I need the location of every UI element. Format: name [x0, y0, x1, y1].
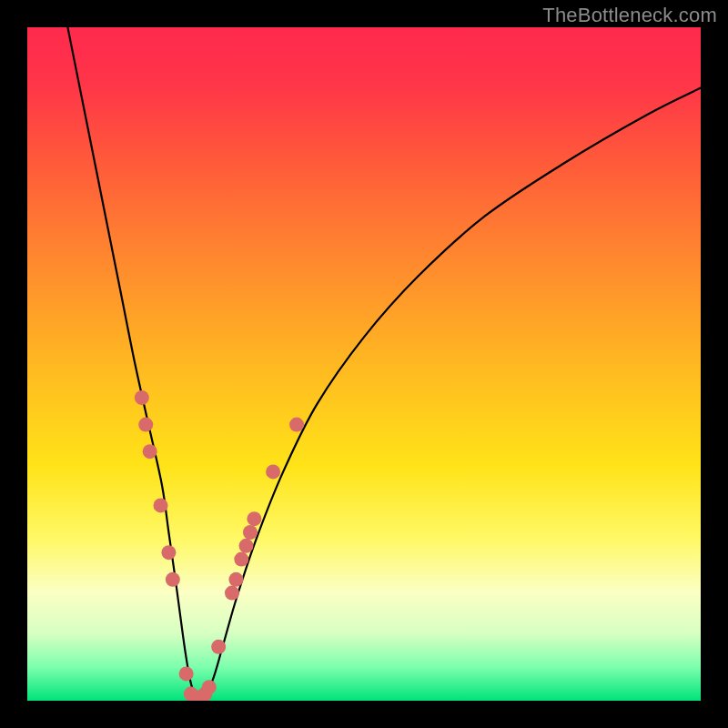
highlight-point: [266, 464, 280, 479]
highlight-point: [143, 444, 157, 459]
highlight-point: [228, 572, 243, 587]
highlight-point: [243, 525, 258, 540]
chart-frame: TheBottleneck.com: [0, 0, 728, 728]
highlight-point: [289, 418, 304, 432]
highlight-point: [161, 545, 176, 560]
highlight-point: [154, 498, 168, 512]
highlight-point: [179, 666, 194, 681]
highlight-point: [135, 390, 149, 405]
highlight-point: [211, 640, 226, 654]
plot-area: [27, 27, 701, 701]
highlight-point: [234, 552, 248, 567]
highlight-point: [225, 586, 239, 601]
highlight-point: [138, 418, 153, 432]
highlight-point: [202, 680, 217, 694]
watermark-text: TheBottleneck.com: [542, 4, 717, 27]
highlight-points: [135, 390, 304, 701]
bottleneck-curve: [67, 27, 701, 700]
highlight-point: [247, 511, 261, 526]
highlight-point: [166, 572, 180, 587]
highlight-point: [239, 539, 254, 553]
curve-layer: [27, 27, 701, 701]
